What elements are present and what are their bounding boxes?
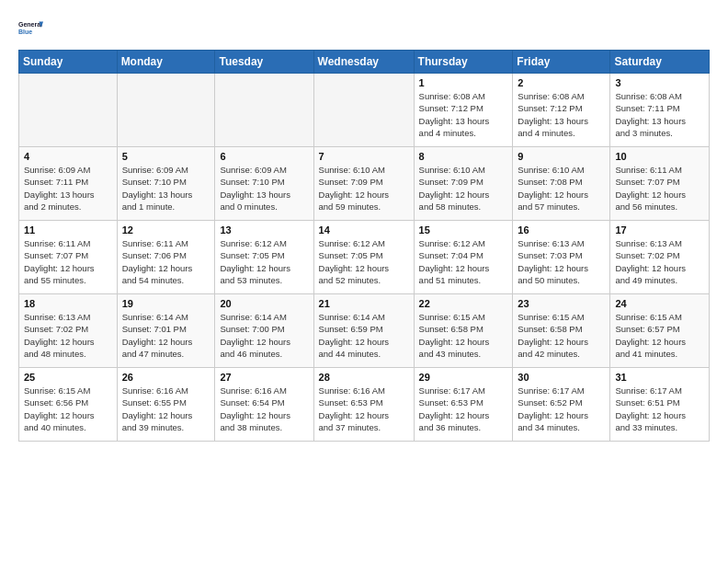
- day-number: 6: [220, 151, 308, 162]
- day-cell: 30Sunrise: 6:17 AMSunset: 6:52 PMDayligh…: [513, 368, 610, 442]
- weekday-header-wednesday: Wednesday: [313, 51, 414, 74]
- day-cell: 18Sunrise: 6:13 AMSunset: 7:02 PMDayligh…: [19, 294, 118, 368]
- day-info: Sunrise: 6:09 AMSunset: 7:10 PMDaylight:…: [220, 164, 308, 213]
- logo-icon: GeneralBlue: [18, 15, 44, 40]
- day-number: 4: [24, 151, 112, 162]
- day-cell: 27Sunrise: 6:16 AMSunset: 6:54 PMDayligh…: [215, 368, 313, 442]
- day-number: 30: [518, 372, 605, 383]
- day-info: Sunrise: 6:17 AMSunset: 6:52 PMDaylight:…: [518, 385, 605, 433]
- day-number: 1: [419, 77, 508, 88]
- day-number: 10: [615, 151, 704, 162]
- day-cell: 15Sunrise: 6:12 AMSunset: 7:04 PMDayligh…: [414, 221, 513, 294]
- week-row-4: 18Sunrise: 6:13 AMSunset: 7:02 PMDayligh…: [19, 294, 710, 368]
- day-info: Sunrise: 6:13 AMSunset: 7:02 PMDaylight:…: [615, 237, 704, 286]
- weekday-header-friday: Friday: [513, 51, 610, 74]
- day-number: 15: [419, 224, 508, 236]
- day-info: Sunrise: 6:15 AMSunset: 6:56 PMDaylight:…: [24, 385, 112, 433]
- day-info: Sunrise: 6:13 AMSunset: 7:03 PMDaylight:…: [518, 237, 605, 286]
- day-info: Sunrise: 6:10 AMSunset: 7:08 PMDaylight:…: [518, 164, 605, 213]
- day-number: 29: [419, 372, 508, 383]
- weekday-header-tuesday: Tuesday: [215, 51, 313, 74]
- day-info: Sunrise: 6:17 AMSunset: 6:51 PMDaylight:…: [615, 385, 704, 433]
- week-row-3: 11Sunrise: 6:11 AMSunset: 7:07 PMDayligh…: [19, 221, 710, 294]
- day-cell: 7Sunrise: 6:10 AMSunset: 7:09 PMDaylight…: [313, 147, 414, 221]
- day-info: Sunrise: 6:08 AMSunset: 7:12 PMDaylight:…: [518, 90, 605, 139]
- day-info: Sunrise: 6:13 AMSunset: 7:02 PMDaylight:…: [24, 311, 112, 360]
- day-info: Sunrise: 6:14 AMSunset: 7:00 PMDaylight:…: [220, 311, 308, 360]
- weekday-header-monday: Monday: [117, 51, 215, 74]
- day-info: Sunrise: 6:09 AMSunset: 7:10 PMDaylight:…: [122, 164, 210, 213]
- day-number: 21: [319, 298, 409, 309]
- day-number: 16: [518, 224, 605, 236]
- day-info: Sunrise: 6:16 AMSunset: 6:54 PMDaylight:…: [220, 385, 308, 433]
- day-number: 8: [419, 151, 508, 162]
- day-number: 22: [419, 298, 508, 309]
- weekday-header-sunday: Sunday: [19, 51, 118, 74]
- calendar: SundayMondayTuesdayWednesdayThursdayFrid…: [18, 50, 710, 442]
- day-cell: [19, 74, 118, 147]
- day-cell: 8Sunrise: 6:10 AMSunset: 7:09 PMDaylight…: [414, 147, 513, 221]
- day-info: Sunrise: 6:12 AMSunset: 7:05 PMDaylight:…: [220, 237, 308, 286]
- svg-text:General: General: [18, 21, 42, 28]
- day-info: Sunrise: 6:08 AMSunset: 7:12 PMDaylight:…: [419, 90, 508, 139]
- day-number: 14: [319, 224, 409, 236]
- day-info: Sunrise: 6:10 AMSunset: 7:09 PMDaylight:…: [419, 164, 508, 213]
- logo: GeneralBlue: [18, 15, 44, 40]
- day-number: 12: [122, 224, 210, 236]
- day-info: Sunrise: 6:09 AMSunset: 7:11 PMDaylight:…: [24, 164, 112, 213]
- day-info: Sunrise: 6:16 AMSunset: 6:55 PMDaylight:…: [122, 385, 210, 433]
- day-number: 28: [319, 372, 409, 383]
- day-info: Sunrise: 6:10 AMSunset: 7:09 PMDaylight:…: [319, 164, 409, 213]
- day-info: Sunrise: 6:15 AMSunset: 6:57 PMDaylight:…: [615, 311, 704, 360]
- day-number: 5: [122, 151, 210, 162]
- day-info: Sunrise: 6:14 AMSunset: 6:59 PMDaylight:…: [319, 311, 409, 360]
- day-info: Sunrise: 6:11 AMSunset: 7:07 PMDaylight:…: [24, 237, 112, 286]
- day-number: 3: [615, 77, 704, 88]
- page: GeneralBlue SundayMondayTuesdayWednesday…: [0, 0, 728, 456]
- day-cell: 26Sunrise: 6:16 AMSunset: 6:55 PMDayligh…: [117, 368, 215, 442]
- day-info: Sunrise: 6:12 AMSunset: 7:04 PMDaylight:…: [419, 237, 508, 286]
- day-number: 24: [615, 298, 704, 309]
- day-info: Sunrise: 6:17 AMSunset: 6:53 PMDaylight:…: [419, 385, 508, 433]
- day-cell: 1Sunrise: 6:08 AMSunset: 7:12 PMDaylight…: [414, 74, 513, 147]
- day-cell: 4Sunrise: 6:09 AMSunset: 7:11 PMDaylight…: [19, 147, 118, 221]
- day-info: Sunrise: 6:11 AMSunset: 7:06 PMDaylight:…: [122, 237, 210, 286]
- day-cell: 24Sunrise: 6:15 AMSunset: 6:57 PMDayligh…: [610, 294, 710, 368]
- day-info: Sunrise: 6:15 AMSunset: 6:58 PMDaylight:…: [518, 311, 605, 360]
- day-cell: 23Sunrise: 6:15 AMSunset: 6:58 PMDayligh…: [513, 294, 610, 368]
- day-number: 9: [518, 151, 605, 162]
- week-row-2: 4Sunrise: 6:09 AMSunset: 7:11 PMDaylight…: [19, 147, 710, 221]
- day-cell: 6Sunrise: 6:09 AMSunset: 7:10 PMDaylight…: [215, 147, 313, 221]
- day-number: 7: [319, 151, 409, 162]
- day-number: 18: [24, 298, 112, 309]
- day-cell: [215, 74, 313, 147]
- day-cell: 3Sunrise: 6:08 AMSunset: 7:11 PMDaylight…: [610, 74, 710, 147]
- day-cell: 31Sunrise: 6:17 AMSunset: 6:51 PMDayligh…: [610, 368, 710, 442]
- day-number: 25: [24, 372, 112, 383]
- day-info: Sunrise: 6:12 AMSunset: 7:05 PMDaylight:…: [319, 237, 409, 286]
- day-info: Sunrise: 6:11 AMSunset: 7:07 PMDaylight:…: [615, 164, 704, 213]
- day-cell: 2Sunrise: 6:08 AMSunset: 7:12 PMDaylight…: [513, 74, 610, 147]
- day-number: 27: [220, 372, 308, 383]
- day-info: Sunrise: 6:15 AMSunset: 6:58 PMDaylight:…: [419, 311, 508, 360]
- day-info: Sunrise: 6:08 AMSunset: 7:11 PMDaylight:…: [615, 90, 704, 139]
- day-cell: 10Sunrise: 6:11 AMSunset: 7:07 PMDayligh…: [610, 147, 710, 221]
- day-cell: 25Sunrise: 6:15 AMSunset: 6:56 PMDayligh…: [19, 368, 118, 442]
- day-cell: 12Sunrise: 6:11 AMSunset: 7:06 PMDayligh…: [117, 221, 215, 294]
- day-number: 23: [518, 298, 605, 309]
- week-row-5: 25Sunrise: 6:15 AMSunset: 6:56 PMDayligh…: [19, 368, 710, 442]
- svg-text:Blue: Blue: [18, 29, 32, 35]
- day-cell: 5Sunrise: 6:09 AMSunset: 7:10 PMDaylight…: [117, 147, 215, 221]
- day-cell: 19Sunrise: 6:14 AMSunset: 7:01 PMDayligh…: [117, 294, 215, 368]
- header: GeneralBlue: [18, 15, 710, 40]
- day-number: 17: [615, 224, 704, 236]
- day-cell: 9Sunrise: 6:10 AMSunset: 7:08 PMDaylight…: [513, 147, 610, 221]
- day-number: 13: [220, 224, 308, 236]
- day-number: 31: [615, 372, 704, 383]
- day-number: 26: [122, 372, 210, 383]
- weekday-header-row: SundayMondayTuesdayWednesdayThursdayFrid…: [19, 51, 710, 74]
- day-number: 19: [122, 298, 210, 309]
- day-cell: [117, 74, 215, 147]
- day-cell: 11Sunrise: 6:11 AMSunset: 7:07 PMDayligh…: [19, 221, 118, 294]
- week-row-1: 1Sunrise: 6:08 AMSunset: 7:12 PMDaylight…: [19, 74, 710, 147]
